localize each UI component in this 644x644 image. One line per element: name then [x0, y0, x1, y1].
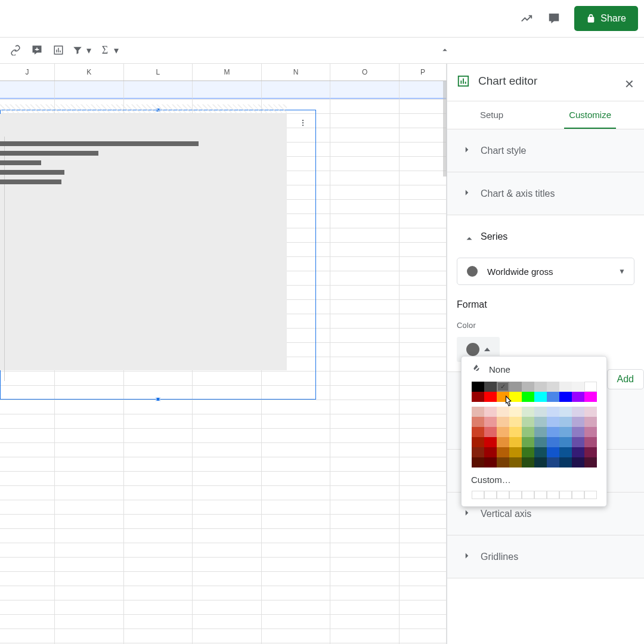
color-swatch[interactable]: [522, 382, 534, 392]
color-swatch[interactable]: [547, 382, 559, 392]
color-swatch[interactable]: [559, 447, 572, 457]
grid-row[interactable]: [0, 81, 447, 100]
color-swatch[interactable]: [584, 417, 597, 427]
color-swatch[interactable]: [522, 417, 534, 427]
color-swatch[interactable]: [497, 407, 509, 417]
column-header[interactable]: L: [124, 64, 193, 80]
grid-row[interactable]: [0, 629, 447, 643]
color-swatch[interactable]: [497, 447, 509, 457]
color-swatch[interactable]: [584, 392, 597, 402]
color-swatch[interactable]: [534, 427, 547, 437]
color-swatch[interactable]: [497, 437, 509, 447]
functions-dropdown-arrow-icon[interactable]: ▾: [113, 45, 119, 56]
grid-row[interactable]: [0, 486, 447, 500]
color-swatch[interactable]: [484, 392, 497, 402]
insert-comment-icon[interactable]: [28, 41, 46, 59]
grid-row[interactable]: [0, 600, 447, 615]
color-swatch[interactable]: [572, 417, 584, 427]
color-swatch[interactable]: [547, 392, 559, 402]
color-swatch[interactable]: [522, 457, 534, 467]
color-swatch[interactable]: [509, 407, 522, 417]
comments-icon[interactable]: [547, 11, 561, 26]
grid-row[interactable]: [0, 472, 447, 486]
color-swatch[interactable]: [522, 437, 534, 447]
chart-more-menu-icon[interactable]: [299, 119, 307, 129]
color-swatch[interactable]: [547, 437, 559, 447]
color-swatch[interactable]: [472, 382, 484, 392]
series-select[interactable]: Worldwide gross ▼: [457, 258, 634, 285]
color-swatch[interactable]: [522, 392, 534, 402]
color-swatch[interactable]: [472, 437, 484, 447]
color-swatch[interactable]: [547, 417, 559, 427]
chart-bar[interactable]: [0, 151, 98, 156]
color-swatch[interactable]: [572, 427, 584, 437]
grid-row[interactable]: [0, 414, 447, 429]
custom-color-slot[interactable]: [472, 491, 484, 499]
color-swatch[interactable]: [497, 457, 509, 467]
grid-row[interactable]: [0, 400, 447, 414]
section-gridlines[interactable]: Gridlines: [447, 535, 644, 578]
insert-link-icon[interactable]: [7, 41, 24, 59]
color-swatch[interactable]: [472, 457, 484, 467]
color-swatch[interactable]: [534, 382, 547, 392]
custom-color-slot[interactable]: [534, 491, 547, 499]
grid-row[interactable]: [0, 457, 447, 472]
filter-dropdown-arrow-icon[interactable]: ▾: [86, 45, 92, 56]
chart-object[interactable]: [0, 110, 316, 400]
share-button[interactable]: Share: [574, 6, 638, 31]
custom-color-slot[interactable]: [497, 491, 509, 499]
color-swatch[interactable]: [559, 457, 572, 467]
color-swatch[interactable]: [484, 382, 497, 392]
column-header[interactable]: N: [262, 64, 331, 80]
color-swatch[interactable]: [584, 437, 597, 447]
collapse-toolbar-icon[interactable]: [439, 45, 450, 58]
color-swatch[interactable]: [534, 417, 547, 427]
color-swatch[interactable]: [559, 437, 572, 447]
color-swatch[interactable]: [509, 447, 522, 457]
custom-color-slot[interactable]: [509, 491, 522, 499]
tab-setup[interactable]: Setup: [475, 101, 508, 129]
color-swatch[interactable]: [534, 392, 547, 402]
sheet-area[interactable]: JKLMNOP: [0, 64, 447, 644]
column-header[interactable]: K: [55, 64, 124, 80]
explore-icon[interactable]: [519, 11, 534, 26]
color-swatch[interactable]: [522, 427, 534, 437]
filter-icon[interactable]: [71, 41, 84, 59]
color-swatch[interactable]: [584, 447, 597, 457]
color-swatch[interactable]: [584, 457, 597, 467]
color-swatch[interactable]: [534, 407, 547, 417]
column-header[interactable]: M: [193, 64, 262, 80]
color-swatch[interactable]: [572, 382, 584, 392]
color-swatch[interactable]: [509, 437, 522, 447]
color-swatch[interactable]: [484, 437, 497, 447]
tab-customize[interactable]: Customize: [564, 101, 616, 129]
color-swatch[interactable]: [484, 427, 497, 437]
chart-bar[interactable]: [0, 179, 61, 184]
color-swatch[interactable]: [484, 407, 497, 417]
add-button[interactable]: Add: [607, 369, 644, 389]
color-swatch[interactable]: [559, 417, 572, 427]
color-swatch[interactable]: [472, 407, 484, 417]
color-swatch[interactable]: [509, 457, 522, 467]
color-swatch[interactable]: [509, 392, 522, 402]
color-swatch[interactable]: [509, 382, 522, 392]
color-swatch[interactable]: [484, 417, 497, 427]
color-swatch[interactable]: [534, 447, 547, 457]
color-swatch[interactable]: [559, 382, 572, 392]
color-swatch[interactable]: [497, 382, 509, 392]
custom-color-slot[interactable]: [522, 491, 534, 499]
color-swatch[interactable]: [572, 392, 584, 402]
grid-row[interactable]: [0, 543, 447, 558]
custom-color-slot[interactable]: [572, 491, 584, 499]
color-swatch[interactable]: [509, 417, 522, 427]
custom-color-slot[interactable]: [484, 491, 497, 499]
section-chart-style[interactable]: Chart style: [447, 129, 644, 172]
color-swatch[interactable]: [534, 457, 547, 467]
color-swatch[interactable]: [572, 447, 584, 457]
chart-bar[interactable]: [0, 170, 64, 175]
grid-row[interactable]: [0, 515, 447, 529]
grid-row[interactable]: [0, 572, 447, 586]
color-swatch[interactable]: [522, 407, 534, 417]
color-swatch[interactable]: [584, 382, 597, 392]
color-swatch[interactable]: [472, 392, 484, 402]
